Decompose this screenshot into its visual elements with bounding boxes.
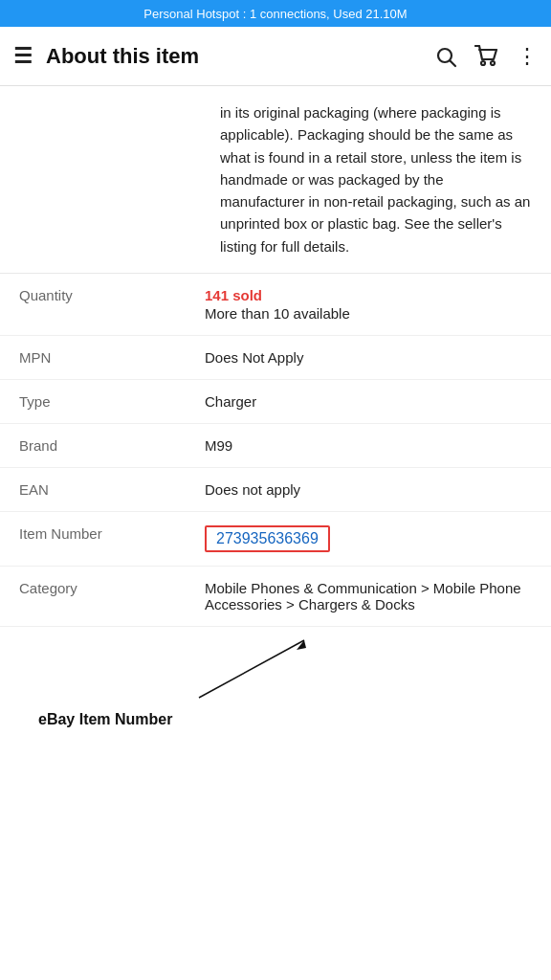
cart-icon[interactable] (474, 45, 499, 68)
svg-line-4 (199, 640, 304, 698)
content-area: in its original packaging (where packagi… (0, 86, 551, 772)
menu-icon[interactable]: ☰ (13, 46, 33, 67)
table-row: Item Number273935636369 (0, 511, 551, 566)
table-row: BrandM99 (0, 423, 551, 467)
detail-label: Type (0, 379, 191, 423)
description-text: in its original packaging (where packagi… (0, 86, 551, 274)
svg-line-1 (451, 60, 456, 66)
detail-value: Mobile Phones & Communication > Mobile P… (191, 566, 551, 626)
detail-value: M99 (191, 423, 551, 467)
quantity-sold: 141 sold (205, 287, 538, 303)
table-row: TypeCharger (0, 379, 551, 423)
detail-label: Quantity (0, 274, 191, 336)
table-row: CategoryMobile Phones & Communication > … (0, 566, 551, 626)
table-row: MPNDoes Not Apply (0, 335, 551, 379)
table-row: Quantity141 soldMore than 10 available (0, 274, 551, 336)
item-number-box[interactable]: 273935636369 (205, 525, 330, 552)
annotation-area: eBay Item Number (0, 631, 551, 772)
detail-label: Category (0, 566, 191, 626)
annotation-label: eBay Item Number (19, 711, 532, 744)
more-options-icon[interactable]: ⋮ (517, 44, 538, 69)
detail-value: Does Not Apply (191, 335, 551, 379)
detail-label: EAN (0, 467, 191, 511)
quantity-available: More than 10 available (205, 305, 538, 322)
nav-bar: ☰ About this item ⋮ (0, 27, 551, 86)
page-title: About this item (46, 44, 417, 69)
status-bar-text: Personal Hotspot : 1 connections, Used 2… (143, 7, 407, 21)
detail-label: Item Number (0, 511, 191, 566)
detail-value[interactable]: 273935636369 (191, 511, 551, 566)
detail-label: MPN (0, 335, 191, 379)
table-row: EANDoes not apply (0, 467, 551, 511)
svg-point-2 (481, 61, 485, 65)
annotation-arrow (19, 631, 532, 707)
svg-point-3 (491, 61, 495, 65)
detail-value: 141 soldMore than 10 available (191, 274, 551, 336)
search-icon[interactable] (434, 45, 457, 68)
detail-table: Quantity141 soldMore than 10 availableMP… (0, 274, 551, 627)
status-bar: Personal Hotspot : 1 connections, Used 2… (0, 0, 551, 27)
detail-value: Does not apply (191, 467, 551, 511)
detail-label: Brand (0, 423, 191, 467)
detail-value: Charger (191, 379, 551, 423)
